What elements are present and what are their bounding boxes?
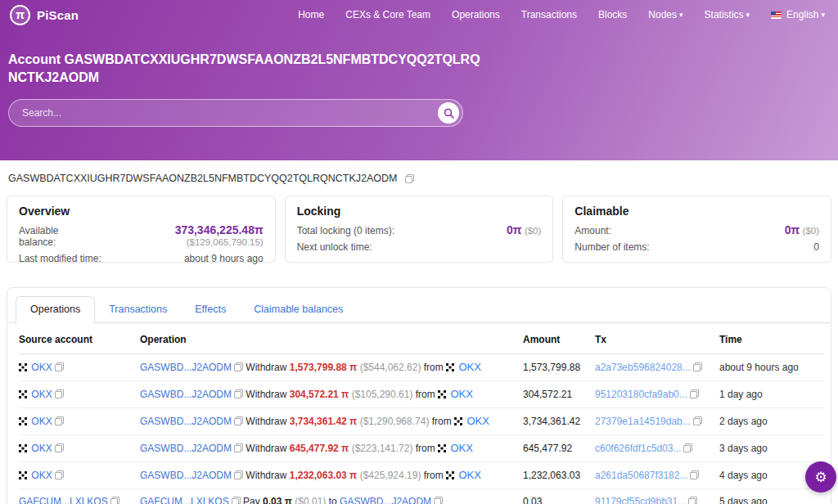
tx-link[interactable]: 951203180cfa9ab0... xyxy=(595,389,687,400)
copy-icon[interactable] xyxy=(405,174,414,183)
operation-amount: 645,477.92 π xyxy=(290,443,349,454)
card-row-value: 0π ($0) xyxy=(507,223,541,236)
tx-link[interactable]: 27379e1a14519dab... xyxy=(595,416,691,427)
copy-icon[interactable] xyxy=(55,416,64,425)
brand[interactable]: π PiScan xyxy=(10,5,79,25)
search-button[interactable] xyxy=(438,102,459,124)
tx-cell: a261da50687f3182... xyxy=(595,462,719,489)
okx-icon xyxy=(19,416,27,428)
operation-target-link[interactable]: OKX xyxy=(466,415,489,427)
operation-account-link[interactable]: GASWBD...J2AODM xyxy=(140,470,232,481)
copy-icon[interactable] xyxy=(55,470,64,479)
table-row: GAFCUM...LXLKQS GAFCUM...LXLKQS Pay 0.03… xyxy=(19,489,824,504)
copy-icon[interactable] xyxy=(55,389,64,398)
nav-item-label: Transactions xyxy=(521,9,577,20)
nav-item[interactable]: Nodes ▾ xyxy=(648,9,683,20)
tx-link[interactable]: a261da50687f3182... xyxy=(595,470,687,481)
settings-fab[interactable]: ⚙ xyxy=(805,461,836,493)
table-body: OKX GASWBD...J2AODM Withdraw 1,573,799.8… xyxy=(19,354,824,504)
nav-item-label: Operations xyxy=(452,9,500,20)
source-account-link[interactable]: OKX xyxy=(31,443,52,454)
operation-usd: ($105,290.61) xyxy=(352,389,413,400)
nav-item[interactable]: Statistics ▾ xyxy=(705,9,750,20)
tx-cell: 91179cf55cd9bb31... xyxy=(595,489,719,504)
operation-account-link[interactable]: GASWBD...J2AODM xyxy=(140,443,232,454)
source-account-cell: OKX xyxy=(19,381,140,408)
nav-item[interactable]: Home xyxy=(298,9,324,20)
tx-link[interactable]: 91179cf55cd9bb31... xyxy=(595,496,686,504)
operation-action: Withdraw xyxy=(246,416,286,427)
copy-icon[interactable] xyxy=(683,443,692,452)
tx-link[interactable]: c60f626fdf1c5d03... xyxy=(595,443,681,454)
source-account-cell: GAFCUM...LXLKQS xyxy=(19,489,140,504)
card-row-label: Next unlock time: xyxy=(297,241,372,253)
card-row-label: Number of items: xyxy=(574,241,649,253)
pi-amount: 373,346,225.48π xyxy=(175,223,264,236)
address-bar: GASWBDATCXXIUGHR7DWSFAAONZB2L5NFMBTDCYQQ… xyxy=(0,160,838,192)
okx-icon xyxy=(454,416,462,428)
operation-target-link[interactable]: OKX xyxy=(450,388,472,400)
operation-account-link[interactable]: GASWBD...J2AODM xyxy=(140,389,232,400)
search-input[interactable] xyxy=(8,99,463,127)
amount-cell: 3,734,361.42 xyxy=(523,408,595,435)
copy-icon[interactable] xyxy=(234,362,243,371)
source-account-cell: OKX xyxy=(19,354,140,381)
chevron-down-icon: ▾ xyxy=(821,11,825,19)
nav-item[interactable]: Blocks xyxy=(598,9,627,20)
copy-icon[interactable] xyxy=(693,362,702,371)
summary-card: Overview Available balance: 373,346,225.… xyxy=(7,196,276,263)
operation-amount: 3,734,361.42 π xyxy=(290,416,358,427)
copy-icon[interactable] xyxy=(110,497,119,504)
operation-usd: ($1,290,968.74) xyxy=(360,416,430,427)
copy-icon[interactable] xyxy=(234,443,243,452)
operation-target-link[interactable]: GASWBD...J2AODM xyxy=(340,496,431,504)
source-account-link[interactable]: OKX xyxy=(31,416,52,427)
tx-link[interactable]: a2a73eb596824028... xyxy=(595,362,691,373)
operation-account-link[interactable]: GASWBD...J2AODM xyxy=(140,416,232,427)
column-header: Operation xyxy=(140,325,523,354)
amount-cell: 0.03 xyxy=(523,489,595,504)
tab[interactable]: Effects xyxy=(181,297,240,322)
operation-action: Pay xyxy=(243,496,260,504)
source-account-link[interactable]: OKX xyxy=(31,389,52,400)
operation-action: Withdraw xyxy=(246,443,286,454)
operation-amount: 304,572.21 π xyxy=(290,389,349,400)
operation-preposition: from xyxy=(424,470,444,481)
nav-item[interactable]: Transactions xyxy=(521,9,577,20)
tab[interactable]: Transactions xyxy=(95,297,181,322)
copy-icon[interactable] xyxy=(232,497,241,504)
card-row: Amount: 0π ($0) xyxy=(574,223,819,236)
operation-account-link[interactable]: GASWBD...J2AODM xyxy=(140,362,232,373)
copy-icon[interactable] xyxy=(690,470,699,479)
copy-icon[interactable] xyxy=(434,497,443,504)
copy-icon[interactable] xyxy=(234,416,243,425)
plain-value: about 9 hours ago xyxy=(184,253,264,264)
copy-icon[interactable] xyxy=(55,362,64,371)
column-header: Time xyxy=(719,325,824,354)
operation-usd: ($223,141.72) xyxy=(352,443,413,454)
operation-amount: 1,573,799.88 π xyxy=(290,362,358,373)
tab[interactable]: Claimable balances xyxy=(240,297,357,322)
operation-account-link[interactable]: GAFCUM...LXLKQS xyxy=(140,496,229,504)
source-account-link[interactable]: OKX xyxy=(31,470,52,481)
copy-icon[interactable] xyxy=(688,497,697,504)
operation-cell: GASWBD...J2AODM Withdraw 645,477.92 π ($… xyxy=(140,435,523,462)
source-account-link[interactable]: OKX xyxy=(31,362,52,373)
copy-icon[interactable] xyxy=(234,470,243,479)
column-header: Source account xyxy=(19,325,140,354)
nav-item[interactable]: CEXs & Core Team xyxy=(345,9,430,20)
source-account-link[interactable]: GAFCUM...LXLKQS xyxy=(19,496,108,504)
tabs: Operations Transactions Effects Claimabl… xyxy=(7,288,831,323)
copy-icon[interactable] xyxy=(693,416,702,425)
nav-item[interactable]: Operations xyxy=(452,9,500,20)
operation-target-link[interactable]: OKX xyxy=(450,442,472,454)
copy-icon[interactable] xyxy=(234,389,243,398)
copy-icon[interactable] xyxy=(55,443,64,452)
nav-item[interactable]: English ▾ xyxy=(771,9,825,20)
tab[interactable]: Operations xyxy=(16,296,95,323)
operation-target-link[interactable]: OKX xyxy=(458,469,480,481)
page-header: π PiScan Home CEXs & Core Team Operation… xyxy=(0,0,838,160)
nav-item-label: Statistics xyxy=(705,9,744,20)
operation-target-link[interactable]: OKX xyxy=(458,361,480,373)
copy-icon[interactable] xyxy=(690,389,699,398)
